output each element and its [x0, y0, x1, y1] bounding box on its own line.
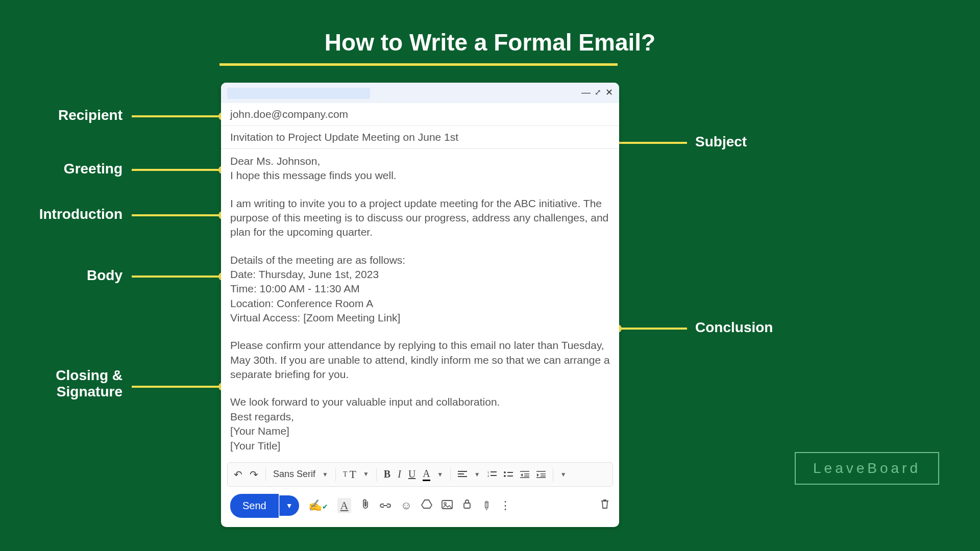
italic-icon[interactable]: I — [398, 468, 401, 480]
font-family-select[interactable]: Sans Serif ▼ — [273, 469, 328, 480]
compose-actions: Send ▼ ✍✔ A ☺ ✎ ⋮ — [221, 487, 619, 527]
confidential-icon[interactable] — [462, 498, 472, 513]
signature-icon[interactable]: ✎ — [481, 499, 491, 512]
bold-icon[interactable]: B — [384, 468, 390, 480]
closing-line: [Your Name] — [230, 424, 610, 438]
link-icon[interactable] — [380, 499, 391, 512]
connector — [132, 169, 222, 171]
svg-text:2: 2 — [487, 474, 489, 478]
indent-decrease-icon[interactable] — [520, 471, 529, 478]
send-button[interactable]: Send — [230, 494, 279, 518]
svg-point-2 — [504, 471, 506, 473]
more-options-icon[interactable]: ⋮ — [500, 499, 511, 512]
title-underline — [219, 63, 618, 66]
svg-point-5 — [444, 503, 446, 505]
closing-line: [Your Title] — [230, 439, 610, 453]
email-body[interactable]: Dear Ms. Johnson, I hope this message fi… — [221, 149, 619, 460]
greeting-line: I hope this message finds you well. — [230, 168, 610, 183]
trash-icon[interactable] — [600, 498, 610, 513]
page-title: How to Write a Formal Email? — [325, 29, 655, 56]
label-subject: Subject — [695, 134, 747, 150]
emoji-icon[interactable]: ☺ — [400, 499, 411, 512]
spellcheck-icon[interactable]: ✍✔ — [308, 499, 328, 512]
drive-icon[interactable] — [421, 499, 432, 512]
label-closing: Closing & Signature — [0, 367, 122, 400]
subject-field[interactable]: Invitation to Project Update Meeting on … — [221, 126, 619, 149]
compose-header: — ⤢ ✕ — [221, 83, 619, 103]
close-icon[interactable]: ✕ — [605, 87, 613, 98]
connector — [132, 115, 222, 117]
resize-icon[interactable]: ⤢ — [595, 88, 601, 97]
compose-window: — ⤢ ✕ john.doe@company.com Invitation to… — [221, 83, 619, 527]
attach-icon[interactable] — [360, 498, 371, 513]
text-color-icon[interactable]: A ▼ — [423, 468, 443, 481]
label-body: Body — [0, 267, 122, 284]
svg-text:1: 1 — [487, 471, 489, 474]
connector — [132, 386, 222, 388]
connector — [618, 328, 687, 330]
indent-increase-icon[interactable] — [536, 471, 546, 478]
formatting-toolbar: ↶ ↷ Sans Serif ▼ TT ▼ B I U A ▼ ▼ 12 ▼ — [227, 462, 613, 487]
greeting-line: Dear Ms. Johnson, — [230, 154, 610, 168]
intro-paragraph: I am writing to invite you to a project … — [230, 196, 610, 240]
connector — [132, 276, 222, 278]
body-line: Location: Conference Room A — [230, 296, 610, 311]
minimize-icon[interactable]: — — [581, 87, 591, 98]
label-introduction: Introduction — [0, 206, 122, 222]
recipient-field[interactable]: john.doe@company.com — [221, 103, 619, 126]
font-size-icon[interactable]: TT ▼ — [343, 468, 369, 481]
label-conclusion: Conclusion — [695, 319, 773, 336]
redo-icon[interactable]: ↷ — [250, 468, 258, 481]
body-line: Time: 10:00 AM - 11:30 AM — [230, 282, 610, 296]
label-greeting: Greeting — [0, 161, 122, 177]
more-formatting-icon[interactable]: ▼ — [560, 471, 567, 478]
send-options-button[interactable]: ▼ — [279, 495, 299, 516]
underline-icon[interactable]: U — [408, 468, 415, 480]
connector — [132, 214, 222, 216]
align-icon[interactable]: ▼ — [458, 468, 480, 480]
body-line: Date: Thursday, June 1st, 2023 — [230, 267, 610, 282]
text-format-icon[interactable]: A — [337, 498, 352, 513]
closing-line: We look forward to your valuable input a… — [230, 395, 610, 409]
svg-point-3 — [504, 475, 506, 477]
image-icon[interactable] — [442, 499, 453, 512]
closing-line: Best regards, — [230, 410, 610, 424]
bullet-list-icon[interactable] — [504, 471, 513, 478]
compose-title-placeholder — [227, 88, 370, 99]
undo-icon[interactable]: ↶ — [234, 468, 242, 481]
label-recipient: Recipient — [0, 107, 122, 123]
svg-rect-6 — [464, 503, 470, 508]
numbered-list-icon[interactable]: 12 — [487, 471, 497, 478]
brand-logo: LeaveBoard — [795, 452, 939, 485]
body-line: Details of the meeting are as follows: — [230, 253, 610, 267]
body-line: Virtual Access: [Zoom Meeting Link] — [230, 311, 610, 325]
conclusion-paragraph: Please confirm your attendance by replyi… — [230, 338, 610, 382]
